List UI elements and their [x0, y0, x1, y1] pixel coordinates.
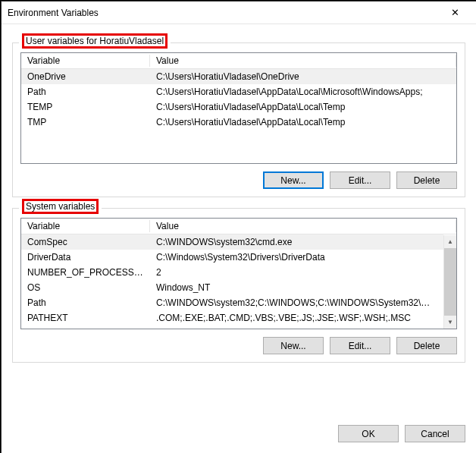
cell-variable: DriverData	[21, 250, 150, 265]
user-buttons-row: New... Edit... Delete	[20, 171, 457, 189]
user-edit-button[interactable]: Edit...	[330, 171, 390, 189]
system-buttons-row: New... Edit... Delete	[20, 337, 457, 354]
col-variable[interactable]: Variable	[21, 53, 150, 68]
cell-variable: Path	[21, 84, 150, 99]
cell-variable: Path	[21, 295, 150, 310]
scroll-down-icon[interactable]: ▼	[444, 316, 456, 329]
cell-variable: PATHEXT	[21, 310, 150, 326]
table-row[interactable]: Path C:\Users\HoratiuVladasel\AppData\Lo…	[21, 84, 456, 99]
cell-value: 2	[150, 265, 443, 280]
user-new-button[interactable]: New...	[263, 171, 324, 189]
system-variables-legend: System variables	[19, 201, 102, 212]
table-row[interactable]: TEMP C:\Users\HoratiuVladasel\AppData\Lo…	[21, 99, 456, 115]
cell-variable: TEMP	[21, 99, 150, 115]
col-value[interactable]: Value	[150, 53, 456, 68]
system-new-button[interactable]: New...	[263, 337, 324, 354]
cell-value: C:\WINDOWS\system32\cmd.exe	[150, 234, 443, 250]
user-delete-button[interactable]: Delete	[396, 171, 457, 189]
table-row[interactable]: ComSpec C:\WINDOWS\system32\cmd.exe	[21, 234, 443, 250]
scroll-up-icon[interactable]: ▲	[444, 235, 456, 248]
system-scrollbar[interactable]: ▲ ▼	[443, 235, 456, 329]
cell-value: Windows_NT	[150, 280, 443, 295]
col-value[interactable]: Value	[150, 219, 456, 234]
user-variables-legend: User variables for HoratiuVladasel	[19, 36, 171, 46]
table-row[interactable]: DriverData C:\Windows\System32\Drivers\D…	[21, 250, 443, 265]
scroll-thumb[interactable]	[444, 248, 456, 316]
ok-button[interactable]: OK	[338, 425, 399, 442]
cell-value: C:\Windows\System32\Drivers\DriverData	[150, 250, 443, 265]
table-row[interactable]: TMP C:\Users\HoratiuVladasel\AppData\Loc…	[21, 115, 456, 130]
cell-value: C:\Users\HoratiuVladasel\AppData\Local\T…	[150, 115, 456, 130]
dialog-footer: OK Cancel	[2, 417, 476, 453]
cell-variable: OS	[21, 280, 150, 295]
cell-value: C:\WINDOWS\system32;C:\WINDOWS;C:\WINDOW…	[150, 295, 443, 310]
cell-value: C:\Users\HoratiuVladasel\AppData\Local\M…	[150, 84, 456, 99]
table-row[interactable]: OneDrive C:\Users\HoratiuVladasel\OneDri…	[21, 69, 456, 84]
table-row[interactable]: PATHEXT .COM;.EXE;.BAT;.CMD;.VBS;.VBE;.J…	[21, 310, 443, 326]
col-variable[interactable]: Variable	[21, 219, 150, 234]
user-variables-table[interactable]: Variable Value OneDrive C:\Users\Horatiu…	[20, 52, 457, 164]
close-button[interactable]: ✕	[440, 2, 470, 24]
user-table-header: Variable Value	[21, 53, 456, 69]
environment-variables-dialog: Environment Variables ✕ User variables f…	[1, 1, 476, 453]
system-delete-button[interactable]: Delete	[396, 337, 457, 354]
cell-variable: ComSpec	[21, 234, 150, 250]
user-variables-group: User variables for HoratiuVladasel Varia…	[12, 42, 465, 197]
cell-variable: OneDrive	[21, 69, 150, 84]
table-row[interactable]: NUMBER_OF_PROCESSORS 2	[21, 265, 443, 280]
system-edit-button[interactable]: Edit...	[330, 337, 390, 354]
table-row[interactable]: OS Windows_NT	[21, 280, 443, 295]
cell-variable: NUMBER_OF_PROCESSORS	[21, 265, 150, 280]
system-variables-table[interactable]: Variable Value ComSpec C:\WINDOWS\system…	[20, 218, 457, 329]
cell-value: .COM;.EXE;.BAT;.CMD;.VBS;.VBE;.JS;.JSE;.…	[150, 310, 443, 326]
cell-value: AMD64	[150, 326, 443, 328]
close-icon: ✕	[451, 7, 459, 18]
cancel-button[interactable]: Cancel	[405, 425, 465, 442]
cell-value: C:\Users\HoratiuVladasel\OneDrive	[150, 69, 456, 84]
cell-variable: TMP	[21, 115, 150, 130]
cell-value: C:\Users\HoratiuVladasel\AppData\Local\T…	[150, 99, 456, 115]
cell-variable: PROCESSOR_ARCHITECTURE	[21, 326, 150, 328]
table-row[interactable]: PROCESSOR_ARCHITECTURE AMD64	[21, 326, 443, 328]
table-row[interactable]: Path C:\WINDOWS\system32;C:\WINDOWS;C:\W…	[21, 295, 443, 310]
titlebar: Environment Variables ✕	[2, 2, 476, 24]
window-title: Environment Variables	[8, 8, 440, 18]
system-variables-group: System variables Variable Value ComSpec …	[12, 208, 465, 363]
system-table-header: Variable Value	[21, 219, 456, 234]
